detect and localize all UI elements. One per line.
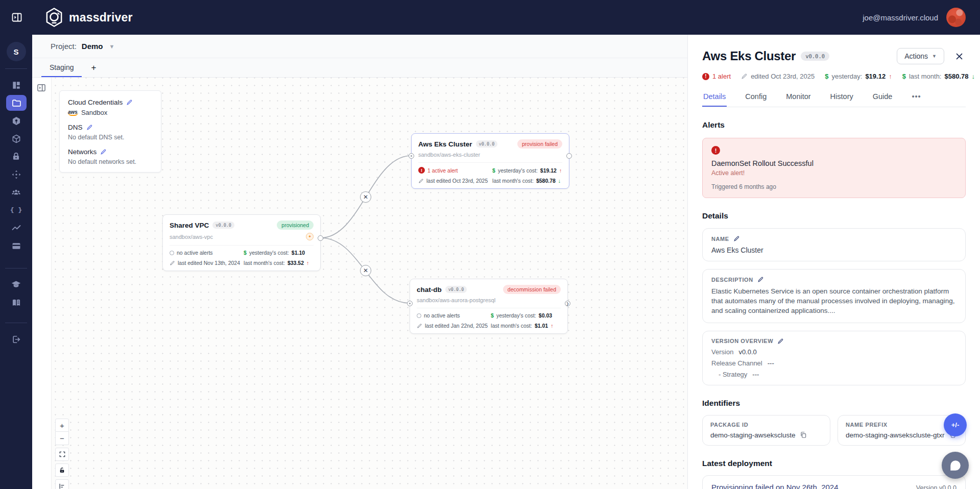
node-last-edited: last edited Nov 13th, 2024	[170, 260, 244, 266]
alert-count[interactable]: ! 1 alert	[702, 72, 731, 80]
move-arrows-icon	[11, 169, 21, 180]
panel-version-badge: v0.0.0	[801, 52, 829, 61]
node-title: Shared VPC	[170, 222, 209, 229]
zoom-out-button[interactable]: −	[55, 432, 69, 445]
environment-defaults-panel: Cloud Credentials aws Sandbox DNS No def…	[59, 90, 161, 173]
graph-canvas[interactable]: ✕ ✕ Cloud Credentials aws Sandbox	[32, 78, 687, 489]
aws-icon: aws	[68, 110, 78, 116]
input-port[interactable]	[409, 153, 414, 159]
user-avatar[interactable]	[946, 8, 966, 27]
auto-layout-button[interactable]	[55, 479, 69, 489]
node-last-edited: last edited Jan 22nd, 2025	[417, 323, 491, 329]
zoom-in-button[interactable]: +	[55, 419, 69, 432]
output-port[interactable]	[318, 235, 323, 241]
sidebar-item-dashboard[interactable]	[6, 77, 27, 93]
networks-label: Networks	[68, 148, 153, 156]
output-port[interactable]: ❯	[565, 301, 570, 306]
tab-monitor[interactable]: Monitor	[785, 88, 811, 107]
edit-pencil-icon[interactable]	[757, 276, 764, 283]
sidebar-item-artifacts[interactable]	[6, 131, 27, 146]
input-port[interactable]	[407, 301, 413, 306]
chat-fab-button[interactable]	[942, 452, 969, 479]
brand-name: massdriver	[69, 11, 133, 25]
graduation-cap-icon	[11, 279, 21, 290]
latest-deployment-card[interactable]: Provisioning failed on Nov 26th, 2024 Ve…	[702, 475, 966, 489]
edit-pencil-icon[interactable]	[100, 149, 107, 155]
tab-details[interactable]: Details	[702, 88, 727, 107]
last-edited: edited Oct 23rd, 2025	[741, 72, 815, 80]
sidebar-item-metrics[interactable]	[6, 220, 27, 236]
node-shared-vpc[interactable]: Shared VPC v0.0.0 provisioned sandbox/aw…	[162, 214, 321, 271]
fit-view-button[interactable]	[55, 448, 69, 461]
sidebar-item-logout[interactable]	[6, 331, 27, 347]
close-panel-icon[interactable]	[952, 50, 966, 63]
description-value: Elastic Kubernetes Service is an open so…	[711, 287, 957, 316]
name-prefix-label: NAME PREFIX	[846, 422, 958, 428]
identifiers-heading: Identifiers	[702, 399, 966, 408]
caret-down-icon: ▼	[932, 54, 937, 59]
tab-more[interactable]: •••	[911, 88, 922, 107]
sidebar-item-secrets[interactable]	[6, 149, 27, 164]
org-avatar[interactable]: S	[7, 42, 26, 61]
sidebar-item-projects[interactable]	[6, 95, 27, 111]
node-title: Aws Eks Cluster	[418, 140, 472, 148]
alert-card[interactable]: ! DaemonSet Rollout Successful Active al…	[702, 138, 966, 198]
edit-pencil-icon[interactable]	[733, 235, 740, 242]
tab-history[interactable]: History	[829, 88, 854, 107]
actions-button[interactable]: Actions ▼	[897, 48, 944, 64]
description-label: DESCRIPTION	[711, 276, 957, 283]
output-port[interactable]	[566, 153, 572, 159]
node-alert-stat: ! 1 active alert	[418, 167, 492, 174]
sidebar-item-parameters[interactable]: { }	[6, 202, 27, 218]
dollar-icon: $	[244, 250, 247, 256]
disconnect-edge-button[interactable]: ✕	[360, 191, 371, 203]
brand-logo[interactable]: massdriver	[44, 7, 133, 28]
edit-pencil-icon[interactable]	[86, 124, 93, 131]
logout-icon	[11, 334, 21, 345]
chevron-down-icon[interactable]: ▼	[109, 43, 115, 50]
add-environment-button[interactable]: +	[82, 58, 105, 77]
node-aws-eks-cluster[interactable]: Aws Eks Cluster v0.0.0 provision failed …	[411, 133, 569, 189]
dollar-icon: $	[825, 72, 828, 80]
chart-line-icon	[11, 223, 21, 233]
dns-label: DNS	[68, 124, 153, 131]
braces-icon: { }	[10, 206, 22, 214]
canvas-gutter	[32, 78, 52, 489]
package-id-card: PACKAGE ID demo-staging-awsekscluste	[702, 415, 830, 446]
node-last-edited: last edited Oct 23rd, 2025	[418, 178, 492, 184]
sidebar-item-billing[interactable]	[6, 238, 27, 254]
diff-fab-button[interactable]: +/-	[944, 413, 967, 436]
sidebar-item-deployments[interactable]	[6, 166, 27, 182]
sidebar-toggle-icon[interactable]	[9, 10, 25, 25]
trend-up-icon: ↑	[306, 260, 309, 266]
sidebar-item-bundles[interactable]	[6, 113, 27, 129]
cloud-credentials-label: Cloud Credentials	[68, 99, 153, 106]
trend-up-icon: ↑	[559, 167, 562, 174]
edit-pencil-icon[interactable]	[126, 99, 133, 106]
expand-sidebar-panel-icon[interactable]	[35, 81, 48, 94]
environment-tabs: Staging +	[32, 58, 687, 78]
tab-config[interactable]: Config	[744, 88, 768, 107]
release-channel-row: Release Channel ---	[711, 359, 957, 367]
tab-guide[interactable]: Guide	[872, 88, 894, 107]
node-version-badge: v0.0.0	[445, 286, 467, 293]
node-yesterday-cost: $ yesterday's cost: $0.03	[491, 312, 561, 319]
deployment-title: Provisioning failed on Nov 26th, 2024	[711, 483, 839, 489]
name-field-card: NAME Aws Eks Cluster	[702, 228, 966, 261]
disconnect-edge-button[interactable]: ✕	[360, 265, 371, 276]
tab-staging[interactable]: Staging	[41, 58, 82, 77]
version-overview-card: VERSION OVERVIEW Version v0.0.0 Release …	[702, 331, 966, 385]
lock-canvas-button[interactable]	[55, 463, 69, 477]
latest-deployment-heading: Latest deployment	[702, 459, 966, 468]
project-selector[interactable]: Demo	[82, 42, 103, 51]
sidebar-item-docs[interactable]	[6, 295, 27, 310]
copy-icon[interactable]	[800, 431, 807, 438]
drift-indicator-icon[interactable]: ✦	[306, 233, 314, 240]
edit-pencil-icon[interactable]	[777, 338, 784, 345]
pencil-icon	[170, 260, 175, 266]
node-version-badge: v0.0.0	[476, 140, 498, 148]
node-chat-db[interactable]: chat-db v0.0.0 decommission failed sandb…	[410, 279, 568, 334]
name-prefix-value: demo-staging-awsekscluste-gtxr	[846, 431, 945, 439]
sidebar-item-learn[interactable]	[6, 277, 27, 292]
sidebar-item-teams[interactable]	[6, 184, 27, 200]
